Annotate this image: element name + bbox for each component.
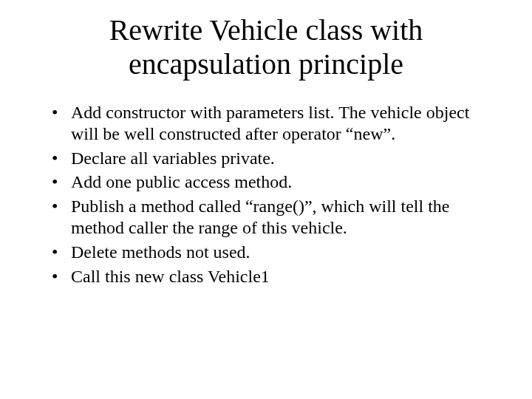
list-item: Add constructor with parameters list. Th…: [52, 102, 495, 145]
list-item: Publish a method called “range()”, which…: [52, 196, 495, 239]
bullet-list: Add constructor with parameters list. Th…: [37, 102, 495, 287]
bullet-text: Add constructor with parameters list. Th…: [71, 103, 469, 143]
title-line-1: Rewrite Vehicle class with: [109, 13, 423, 47]
slide-title: Rewrite Vehicle class with encapsulation…: [37, 13, 495, 81]
slide: Rewrite Vehicle class with encapsulation…: [0, 0, 532, 399]
list-item: Add one public access method.: [52, 171, 495, 193]
list-item: Declare all variables private.: [52, 148, 495, 169]
bullet-text: Call this new class Vehicle1: [71, 267, 270, 286]
bullet-text: Add one public access method.: [71, 172, 292, 191]
list-item: Delete methods not used.: [52, 242, 495, 263]
bullet-text: Declare all variables private.: [71, 149, 275, 168]
title-line-2: encapsulation principle: [129, 47, 403, 81]
bullet-text: Publish a method called “range()”, which…: [71, 197, 450, 237]
list-item: Call this new class Vehicle1: [52, 266, 495, 287]
bullet-text: Delete methods not used.: [71, 242, 250, 262]
